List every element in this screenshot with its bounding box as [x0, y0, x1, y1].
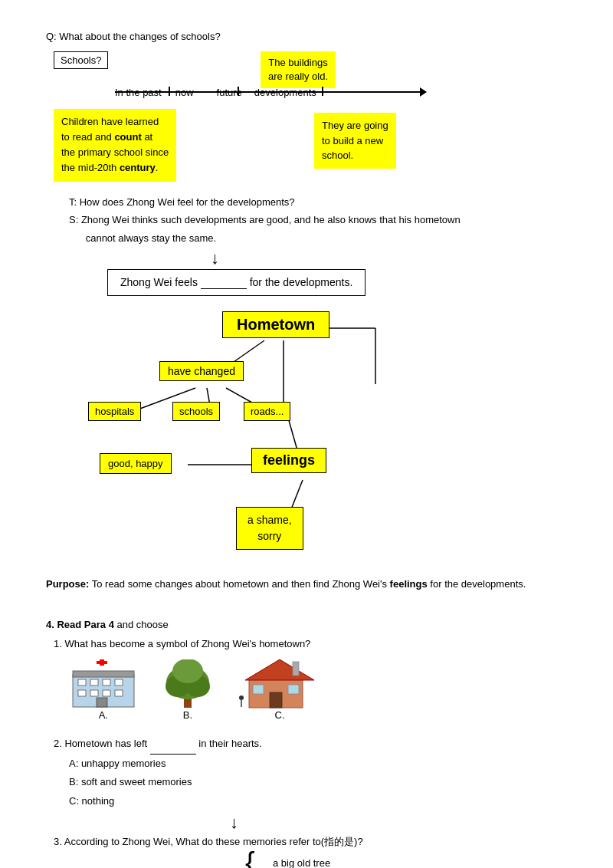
q3-text: 3. According to Zhong Wei, What do these… — [54, 833, 567, 852]
feels-box: Zhong Wei feels for the developments. — [107, 269, 366, 296]
svg-rect-18 — [103, 690, 110, 696]
read-para-bold: 4. Read Para 4 — [46, 619, 114, 630]
svg-rect-30 — [270, 692, 282, 708]
svg-rect-22 — [97, 698, 107, 707]
bracket-symbol: { — [245, 848, 255, 868]
svg-point-27 — [172, 659, 203, 683]
tick-past — [169, 87, 170, 96]
arrow-down-2: ↓ — [230, 814, 567, 831]
read-para-choose: and choose — [114, 619, 169, 630]
purpose-end: for the developments. — [428, 578, 526, 590]
mm-good-happy: good, happy — [100, 453, 172, 474]
mm-roads: roads... — [244, 402, 290, 421]
tick-now — [238, 87, 239, 96]
mm-shame: a shame,sorry — [236, 507, 303, 550]
q1-text: 1. What has become a symbol of Zhong Wei… — [54, 638, 567, 649]
svg-rect-11 — [73, 671, 134, 677]
mm-schools: schools — [172, 402, 220, 421]
mm-feelings: feelings — [251, 448, 326, 473]
mm-hospitals: hospitals — [88, 402, 141, 421]
ans-c: C: nothing — [69, 792, 567, 811]
img-a: A. — [69, 659, 138, 721]
purpose-label: Purpose: — [46, 578, 89, 590]
read-para-heading: 4. Read Para 4 and choose — [46, 616, 567, 635]
schools-box: Schools? — [54, 51, 108, 69]
svg-point-34 — [239, 695, 244, 700]
purpose-bold: feelings — [390, 578, 428, 590]
timeline-line — [115, 91, 421, 93]
mindmap-container: Hometown have changed hospitals schools … — [46, 311, 567, 564]
svg-rect-21 — [100, 659, 104, 666]
svg-rect-13 — [90, 679, 98, 686]
purpose-text: To read some changes about hometown and … — [89, 578, 389, 590]
feels-end: for the developments. — [247, 276, 353, 288]
svg-rect-16 — [78, 690, 86, 696]
feels-blank — [201, 276, 247, 289]
img-b: B. — [153, 659, 222, 721]
buildings-box: The buildingsare really old. — [261, 51, 336, 88]
question-label: Q: What about the changes of schools? — [46, 31, 567, 42]
bracket-section: { a big old tree — [261, 854, 567, 868]
svg-rect-14 — [103, 679, 110, 686]
svg-marker-29 — [245, 659, 314, 680]
images-row: A. B. — [69, 656, 567, 721]
img-label-b: B. — [183, 709, 192, 721]
feels-text: Zhong Wei feels — [120, 276, 201, 288]
img-c: C. — [238, 656, 322, 721]
svg-rect-31 — [253, 685, 264, 694]
svg-rect-32 — [288, 685, 299, 694]
tick-future — [322, 87, 323, 96]
purpose-section: Purpose: To read some changes about home… — [46, 576, 567, 593]
mm-hometown: Hometown — [222, 311, 329, 338]
qa-section: T: How does Zhong Wei feel for the devel… — [69, 193, 567, 247]
build-box: They are goingto build a newschool. — [314, 113, 396, 169]
arrow-down-1: ↓ — [211, 250, 567, 267]
img-label-c: C. — [275, 709, 285, 721]
mm-have-changed: have changed — [159, 361, 244, 381]
svg-rect-15 — [115, 679, 123, 686]
img-label-a: A. — [99, 709, 108, 721]
svg-rect-12 — [78, 679, 86, 686]
s-line: S: Zhong Wei thinks such developments ar… — [69, 211, 567, 247]
svg-rect-19 — [115, 690, 123, 696]
ans-a: A: unhappy memories — [69, 755, 567, 774]
bracket-text: a big old tree — [273, 854, 567, 868]
children-box: Children have learnedto read and count a… — [54, 109, 176, 182]
svg-rect-33 — [293, 662, 299, 676]
timeline-arrowhead — [420, 87, 427, 97]
svg-rect-17 — [90, 690, 98, 696]
t-line: T: How does Zhong Wei feel for the devel… — [69, 193, 567, 211]
ans-b: B: soft and sweet memories — [69, 773, 567, 792]
q2-text: 2. Hometown has left in their hearts. — [54, 735, 567, 755]
schools-diagram: Schools? The buildingsare really old. In… — [46, 51, 567, 186]
mindmap-connections — [46, 311, 567, 564]
